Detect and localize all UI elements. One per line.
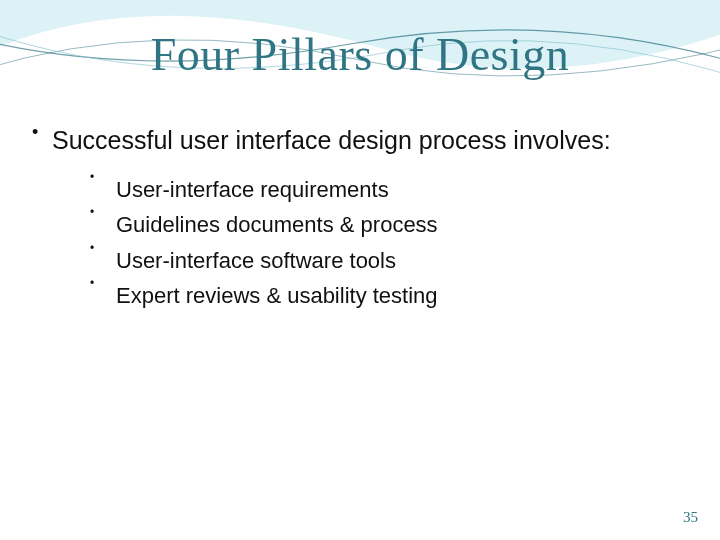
sub-bullet: User-interface requirements bbox=[90, 172, 680, 207]
sub-bullet: Guidelines documents & process bbox=[90, 207, 680, 242]
page-number: 35 bbox=[683, 509, 698, 526]
slide-title: Four Pillars of Design bbox=[0, 28, 720, 81]
lead-bullet: Successful user interface design process… bbox=[28, 125, 680, 156]
slide-content: Successful user interface design process… bbox=[28, 125, 680, 313]
sub-bullet: User-interface software tools bbox=[90, 243, 680, 278]
sub-bullet: Expert reviews & usability testing bbox=[90, 278, 680, 313]
sub-bullet-list: User-interface requirements Guidelines d… bbox=[28, 172, 680, 313]
